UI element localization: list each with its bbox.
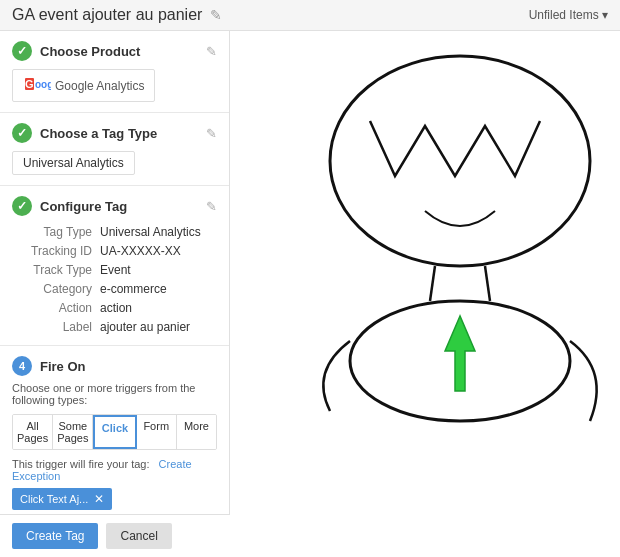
top-bar: GA event ajouter au panier ✎ Unfiled Ite…	[0, 0, 620, 31]
config-field-value: action	[100, 300, 217, 316]
drawing-area	[230, 31, 620, 550]
config-field-label: Action	[12, 300, 92, 316]
config-field-label: Label	[12, 319, 92, 335]
analytics-label: Google Analytics	[55, 79, 144, 93]
step2-check	[12, 123, 32, 143]
section1-header: Choose Product ✎	[12, 41, 217, 61]
trigger-tabs: All PagesSome PagesClickFormMore	[12, 414, 217, 450]
trigger-tab-some-pages[interactable]: Some Pages	[53, 415, 93, 449]
config-field-value: Event	[100, 262, 217, 278]
right-panel	[230, 31, 620, 550]
svg-line-5	[485, 266, 490, 301]
section-configure-tag: Configure Tag ✎ Tag TypeUniversal Analyt…	[0, 186, 229, 346]
google-g-letter: G oogle	[23, 74, 51, 97]
main-container: Choose Product ✎ G oogle Google Analytic…	[0, 31, 620, 550]
step4-number: 4	[12, 356, 32, 376]
config-fields: Tag TypeUniversal AnalyticsTracking IDUA…	[12, 224, 217, 335]
svg-text:oogle: oogle	[35, 79, 51, 90]
unfiled-items[interactable]: Unfiled Items ▾	[529, 8, 608, 22]
tag-type-button[interactable]: Universal Analytics	[12, 151, 135, 175]
section4-title: Fire On	[40, 359, 86, 374]
title-edit-icon[interactable]: ✎	[210, 7, 222, 23]
section-choose-product: Choose Product ✎ G oogle Google Analytic…	[0, 31, 229, 113]
section2-title: Choose a Tag Type	[40, 126, 157, 141]
step3-check	[12, 196, 32, 216]
step1-check	[12, 41, 32, 61]
trigger-info-row: This trigger will fire your tag: Create …	[12, 458, 217, 482]
config-field-value: ajouter au panier	[100, 319, 217, 335]
active-trigger-tag[interactable]: Click Text Aj... ✕	[12, 488, 112, 510]
svg-line-4	[430, 266, 435, 301]
fire-on-subtitle: Choose one or more triggers from the fol…	[12, 382, 217, 406]
section3-header: Configure Tag ✎	[12, 196, 217, 216]
trigger-tag-close-icon[interactable]: ✕	[94, 492, 104, 506]
fire-on-header: 4 Fire On	[12, 356, 217, 376]
trigger-info-text: This trigger will fire your tag:	[12, 458, 150, 470]
config-field-value: e-commerce	[100, 281, 217, 297]
trigger-tab-more[interactable]: More	[177, 415, 216, 449]
left-panel: Choose Product ✎ G oogle Google Analytic…	[0, 31, 230, 550]
drawing-svg	[230, 31, 620, 550]
page-title: GA event ajouter au panier ✎	[12, 6, 222, 24]
create-tag-button[interactable]: Create Tag	[12, 523, 98, 549]
section2-header: Choose a Tag Type ✎	[12, 123, 217, 143]
trigger-tab-click[interactable]: Click	[93, 415, 136, 449]
config-field-value: Universal Analytics	[100, 224, 217, 240]
cancel-button[interactable]: Cancel	[106, 523, 171, 549]
section3-title: Configure Tag	[40, 199, 127, 214]
section1-edit-icon[interactable]: ✎	[206, 44, 217, 59]
svg-text:G: G	[25, 78, 34, 90]
config-field-label: Tracking ID	[12, 243, 92, 259]
bottom-bar: Create Tag Cancel	[0, 514, 230, 550]
trigger-tab-form[interactable]: Form	[137, 415, 177, 449]
section3-edit-icon[interactable]: ✎	[206, 199, 217, 214]
section2-edit-icon[interactable]: ✎	[206, 126, 217, 141]
section-choose-tag-type: Choose a Tag Type ✎ Universal Analytics	[0, 113, 229, 186]
config-field-label: Category	[12, 281, 92, 297]
config-field-label: Track Type	[12, 262, 92, 278]
section1-title: Choose Product	[40, 44, 140, 59]
google-logo-svg: G oogle	[23, 74, 51, 94]
product-logo: G oogle Google Analytics	[12, 69, 155, 102]
trigger-tab-all-pages[interactable]: All Pages	[13, 415, 53, 449]
active-trigger-label: Click Text Aj...	[20, 493, 88, 505]
title-text: GA event ajouter au panier	[12, 6, 202, 24]
svg-point-3	[330, 56, 590, 266]
svg-marker-7	[445, 316, 475, 391]
config-field-value: UA-XXXXX-XX	[100, 243, 217, 259]
config-field-label: Tag Type	[12, 224, 92, 240]
